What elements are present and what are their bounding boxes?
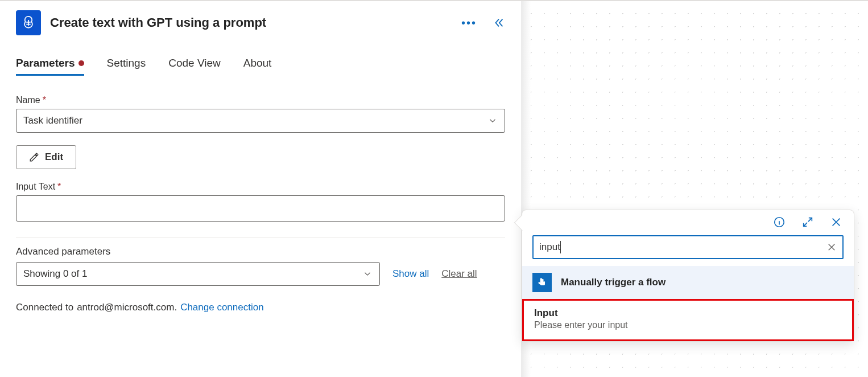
name-select-value: Task identifier	[23, 115, 82, 126]
input-text-field[interactable]	[23, 203, 498, 214]
panel-header: Create text with GPT using a prompt •••	[16, 10, 505, 35]
popup-search[interactable]: input	[532, 235, 844, 259]
trigger-row[interactable]: Manually trigger a flow	[522, 266, 854, 299]
advanced-label: Advanced parameters	[16, 246, 505, 257]
result-subtitle: Please enter your input	[534, 320, 842, 330]
info-icon[interactable]	[773, 216, 786, 228]
tab-label: About	[243, 57, 272, 69]
expand-icon[interactable]	[801, 216, 814, 228]
advanced-row: Showing 0 of 1 Show all Clear all	[16, 262, 505, 286]
field-name-group: Name* Task identifier	[16, 95, 505, 133]
connection-prefix: Connected to	[16, 302, 73, 313]
field-label: Input Text*	[16, 182, 505, 192]
clear-all-link[interactable]: Clear all	[441, 268, 477, 280]
required-indicator: *	[57, 182, 61, 192]
canvas-area: input Manually trigger a flow Input Plea…	[521, 1, 868, 377]
connection-email: antrod@microsoft.com.	[77, 302, 177, 313]
tab-code-view[interactable]: Code View	[168, 57, 221, 76]
edit-button-label: Edit	[45, 151, 63, 163]
gpt-icon	[16, 10, 41, 35]
result-item[interactable]: Input Please enter your input	[522, 299, 854, 341]
field-edit-group: Edit	[16, 145, 505, 169]
chevron-down-icon	[487, 116, 498, 126]
tab-parameters[interactable]: Parameters	[16, 57, 84, 76]
manual-trigger-icon	[532, 273, 552, 292]
advanced-select[interactable]: Showing 0 of 1	[16, 262, 380, 286]
action-config-panel: Create text with GPT using a prompt ••• …	[0, 1, 521, 377]
connection-row: Connected to antrod@microsoft.com. Chang…	[16, 302, 505, 313]
edit-button[interactable]: Edit	[16, 145, 76, 169]
tabs: Parameters Settings Code View About	[16, 57, 505, 76]
result-title: Input	[534, 308, 842, 319]
tab-label: Code View	[168, 57, 221, 69]
pencil-icon	[29, 152, 39, 162]
panel-title: Create text with GPT using a prompt	[50, 15, 452, 30]
field-label: Name*	[16, 95, 505, 105]
collapse-panel-button[interactable]	[493, 17, 505, 29]
advanced-select-value: Showing 0 of 1	[23, 268, 87, 280]
popup-toolbar	[522, 210, 854, 232]
dynamic-content-popup: input Manually trigger a flow Input Plea…	[522, 210, 854, 342]
close-icon[interactable]	[830, 216, 842, 228]
input-text-field-wrap	[16, 195, 505, 222]
text-caret	[560, 241, 561, 253]
field-input-text-group: Input Text*	[16, 182, 505, 222]
more-actions-button[interactable]: •••	[461, 17, 477, 30]
name-select[interactable]: Task identifier	[16, 109, 505, 133]
change-connection-link[interactable]: Change connection	[180, 302, 264, 313]
tab-settings[interactable]: Settings	[107, 57, 146, 76]
tab-about[interactable]: About	[243, 57, 272, 76]
chevron-down-icon	[362, 269, 373, 279]
divider	[16, 237, 505, 238]
trigger-label: Manually trigger a flow	[561, 277, 666, 288]
search-input-value: input	[539, 241, 560, 253]
tab-indicator-dot	[78, 60, 84, 66]
required-indicator: *	[43, 95, 46, 105]
tab-label: Parameters	[16, 57, 75, 69]
tab-label: Settings	[107, 57, 146, 69]
clear-search-icon[interactable]	[826, 242, 837, 252]
show-all-link[interactable]: Show all	[392, 268, 429, 280]
